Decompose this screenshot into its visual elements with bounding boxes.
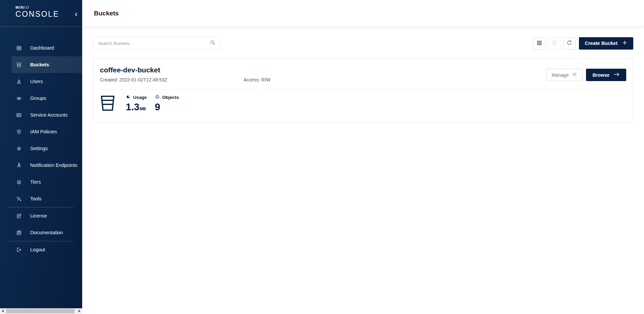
page-title: Buckets [94,10,119,17]
sidebar-item-documentation[interactable]: Documentation [12,224,82,241]
sidebar-item-buckets[interactable]: Buckets [12,56,82,73]
browse-button[interactable]: Browse [586,69,626,81]
search-input-wrapper [93,37,220,50]
users-icon [16,78,22,85]
sidebar-item-groups[interactable]: Groups [12,90,82,107]
bucket-icon [100,95,115,113]
tools-icon [16,196,22,202]
grid-view-button[interactable] [533,37,545,50]
sidebar-item-service-accounts[interactable]: Service Accounts [12,107,82,123]
documentation-icon [16,230,22,236]
sidebar-item-tools[interactable]: Tools [12,190,82,207]
plus-icon [622,40,628,47]
grid-view-icon [536,40,542,47]
refresh-button[interactable] [563,37,576,50]
settings-gear-icon [16,145,22,152]
bucket-meta: Created: 2022-01-02T12:49:53Z Access: R/… [100,77,270,82]
objects-icon [155,95,160,100]
manage-button[interactable]: Manage [546,69,583,81]
search-buckets-input[interactable] [98,41,210,46]
groups-icon [16,95,22,102]
usage-pie-icon [126,95,130,100]
iam-policies-icon [16,129,22,135]
sidebar-item-iam-policies[interactable]: IAM Policies [12,123,82,140]
minio-logo-text: MINIO [15,5,82,9]
lambda-icon: λ [16,162,22,169]
service-accounts-icon [16,112,22,118]
tiers-layers-icon [16,179,22,185]
objects-value: 9 [155,102,179,113]
refresh-icon [566,40,573,47]
bucket-list-view-icon [551,40,557,47]
main-area: Buckets [82,0,644,314]
dashboard-icon [16,45,22,51]
arrow-right-icon [613,72,620,78]
bucket-card-titles: coffee-dev-bucket Created: 2022-01-02T12… [100,66,270,82]
list-view-button[interactable] [548,37,560,50]
bucket-card: coffee-dev-bucket Created: 2022-01-02T12… [93,58,633,123]
sidebar-item-users[interactable]: Users [12,73,82,90]
scrollbar-thumb[interactable] [6,309,74,313]
usage-value: 1.3MB [126,102,147,113]
console-logo-text: CONSOLE [15,10,82,19]
bucket-card-body: Usage 1.3MB Objects 9 [94,90,633,122]
page-header: Buckets [82,0,644,27]
sidebar-item-tiers[interactable]: Tiers [12,174,82,190]
sidebar: MINIO CONSOLE ‹ Dashboard Buckets [0,0,82,314]
toolbar-actions: Create Bucket [533,37,633,50]
sidebar-item-logout[interactable]: Logout [12,241,82,258]
usage-label: Usage [126,95,147,100]
manage-gear-icon [572,72,577,78]
scrollbar-right-arrow-icon[interactable] [78,310,80,312]
collapse-sidebar-button[interactable]: ‹ [75,10,77,18]
sidebar-item-license[interactable]: License [12,207,82,224]
create-bucket-button[interactable]: Create Bucket [579,37,633,50]
bucket-created: Created: 2022-01-02T12:49:53Z [100,77,244,82]
logo: MINIO CONSOLE ‹ [0,0,82,27]
bucket-card-header: coffee-dev-bucket Created: 2022-01-02T12… [94,59,633,82]
sidebar-nav: Dashboard Buckets Users Groups [0,40,82,308]
buckets-toolbar: Create Bucket [93,37,633,50]
scrollbar-left-arrow-icon[interactable] [2,310,4,312]
sidebar-horizontal-scrollbar[interactable] [0,308,82,314]
objects-metric: Objects 9 [155,95,179,113]
search-icon [210,40,216,47]
usage-metric: Usage 1.3MB [126,95,147,113]
sidebar-item-settings[interactable]: Settings [12,140,82,157]
bucket-card-actions: Manage Browse [546,66,626,82]
minio-console-app: MINIO CONSOLE ‹ Dashboard Buckets [0,0,644,314]
buckets-icon [16,62,22,68]
bucket-access: Access: R/W [244,77,270,82]
license-icon [16,213,22,219]
bucket-name[interactable]: coffee-dev-bucket [100,66,270,74]
sidebar-item-dashboard[interactable]: Dashboard [12,40,82,56]
content: Create Bucket coffee-dev-bucket Created:… [82,27,644,123]
objects-label: Objects [155,95,179,100]
sidebar-item-notification-endpoints[interactable]: λ Notification Endpoints [12,157,82,174]
logout-icon [16,247,22,253]
